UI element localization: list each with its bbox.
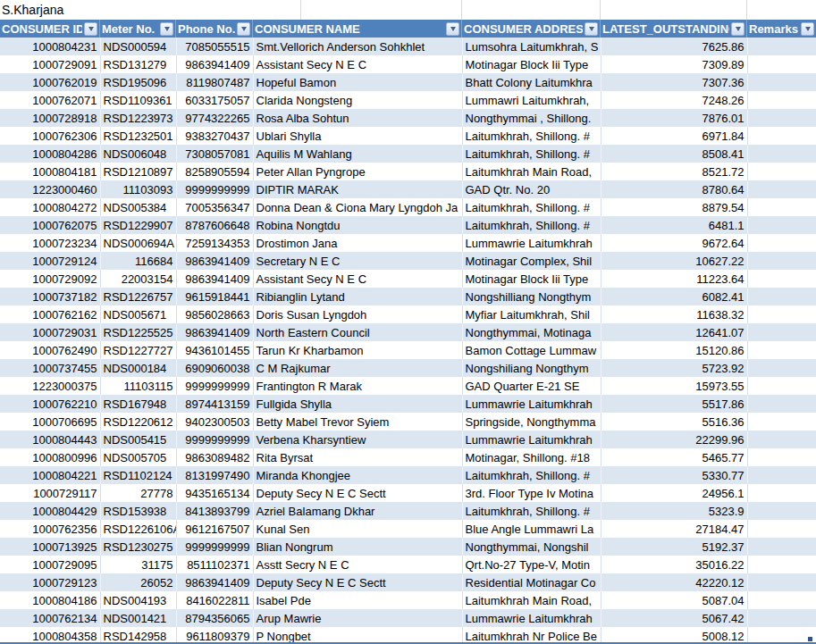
cell-latest-outstanding[interactable]: 7248.26 (601, 91, 747, 109)
cell-consumer-name[interactable]: Assistant Secy N E C (253, 55, 462, 73)
cell-consumer-id[interactable]: 1223000375 (0, 377, 100, 395)
cell-remarks[interactable] (747, 520, 816, 538)
cell-consumer-id[interactable]: 1000762019 (0, 73, 100, 91)
cell-phone-no[interactable]: 9436101455 (176, 341, 253, 359)
column-header-consumer-name[interactable]: CONSUMER NAME (253, 20, 462, 38)
cell-consumer-address[interactable]: Laitumkhrah, Shillong. # (462, 145, 601, 163)
cell-phone-no[interactable]: 9863941409 (176, 252, 253, 270)
cell-consumer-id[interactable]: 1000804186 (0, 591, 100, 609)
cell-consumer-address[interactable]: Bamon Cottage Lummaw (462, 341, 601, 359)
cell-latest-outstanding[interactable]: 5323.9 (601, 502, 747, 520)
cell-meter-no[interactable]: 11103093 (100, 180, 176, 198)
cell-consumer-id[interactable]: 1000762071 (0, 91, 100, 109)
cell-meter-no[interactable]: RSD195096 (100, 73, 176, 91)
cell-meter-no[interactable]: RSD1210897 (100, 163, 176, 180)
cell-consumer-address[interactable]: Myfiar Laitumkhrah, Shil (462, 305, 601, 323)
cell-consumer-name[interactable]: Deputy Secy N E C Sectt (253, 484, 462, 502)
filter-dropdown-button[interactable] (160, 22, 173, 36)
cell-sheet-title[interactable]: S.Kharjana (0, 0, 301, 20)
cell-meter-no[interactable]: RSD167948 (100, 395, 176, 413)
cell-latest-outstanding[interactable]: 7625.86 (601, 38, 747, 55)
cell-remarks[interactable] (747, 556, 816, 573)
cell-consumer-address[interactable]: Residential Motinagar Co (462, 573, 601, 591)
cell-remarks[interactable] (747, 377, 816, 395)
cell-consumer-id[interactable]: 1000800996 (0, 448, 100, 466)
cell-consumer-address[interactable]: GAD Quarter E-21 SE (462, 377, 601, 395)
cell-phone-no[interactable]: 9774322265 (176, 109, 253, 127)
cell-latest-outstanding[interactable]: 5087.04 (601, 591, 747, 609)
cell-phone-no[interactable]: 6033175057 (176, 91, 253, 109)
cell-remarks[interactable] (747, 341, 816, 359)
cell-latest-outstanding[interactable]: 8780.64 (601, 180, 747, 198)
cell-phone-no[interactable]: 9615918441 (176, 288, 253, 305)
cell-consumer-name[interactable]: Isabel Pde (253, 591, 462, 609)
cell-consumer-id[interactable]: 1000762162 (0, 305, 100, 323)
cell-latest-outstanding[interactable]: 7876.01 (601, 109, 747, 127)
cell-phone-no[interactable]: 9999999999 (176, 431, 253, 448)
cell-phone-no[interactable]: 8416022811 (176, 591, 253, 609)
cell-consumer-id[interactable]: 1000728918 (0, 109, 100, 127)
cell-phone-no[interactable]: 8974413159 (176, 395, 253, 413)
filter-dropdown-button[interactable] (84, 22, 97, 36)
cell-remarks[interactable] (747, 73, 816, 91)
cell-phone-no[interactable]: 9863941409 (176, 55, 253, 73)
cell-consumer-id[interactable]: 1000729091 (0, 55, 100, 73)
column-header-meter-no[interactable]: Meter No. (100, 20, 176, 38)
cell-latest-outstanding[interactable]: 15120.86 (601, 341, 747, 359)
cell-consumer-id[interactable]: 1000762210 (0, 395, 100, 413)
cell-latest-outstanding[interactable]: 11223.64 (601, 270, 747, 288)
cell-meter-no[interactable]: NDS005671 (100, 305, 176, 323)
cell-remarks[interactable] (747, 466, 816, 484)
cell-consumer-address[interactable]: Motinagar Complex, Shil (462, 252, 601, 270)
fill-handle[interactable] (807, 636, 813, 642)
cell-consumer-address[interactable]: Motinagar, Shillong. #18 (462, 448, 601, 466)
cell-consumer-name[interactable]: Donna Dean & Ciona Mary Lyngdoh Ja (253, 198, 462, 216)
filter-dropdown-button[interactable] (446, 22, 459, 36)
cell-latest-outstanding[interactable]: 5517.86 (601, 395, 747, 413)
empty-cell[interactable] (601, 0, 747, 20)
cell-latest-outstanding[interactable]: 6971.84 (601, 127, 747, 145)
cell-phone-no[interactable]: 8794356065 (176, 609, 253, 627)
cell-latest-outstanding[interactable]: 12641.07 (601, 323, 747, 341)
cell-consumer-address[interactable]: Laitumkhrah, Shillong. # (462, 502, 601, 520)
cell-consumer-id[interactable]: 1000737455 (0, 359, 100, 377)
cell-remarks[interactable] (747, 55, 816, 73)
cell-meter-no[interactable]: 31175 (100, 556, 176, 573)
column-header-phone-no[interactable]: Phone No. (176, 20, 253, 38)
cell-latest-outstanding[interactable]: 7307.36 (601, 73, 747, 91)
cell-remarks[interactable] (747, 323, 816, 341)
cell-latest-outstanding[interactable]: 8879.54 (601, 198, 747, 216)
cell-consumer-address[interactable]: Nongthymmai , Shillong. (462, 109, 601, 127)
cell-remarks[interactable] (747, 395, 816, 413)
cell-consumer-name[interactable]: Hopeful Bamon (253, 73, 462, 91)
cell-phone-no[interactable]: 9863089482 (176, 448, 253, 466)
cell-remarks[interactable] (747, 413, 816, 431)
column-header-remarks[interactable]: Remarks (747, 20, 816, 38)
cell-consumer-id[interactable]: 1000729124 (0, 252, 100, 270)
cell-phone-no[interactable]: 8787606648 (176, 216, 253, 234)
cell-meter-no[interactable]: NDS005705 (100, 448, 176, 466)
cell-consumer-id[interactable]: 1000723234 (0, 234, 100, 252)
cell-remarks[interactable] (747, 109, 816, 127)
cell-remarks[interactable] (747, 538, 816, 556)
cell-consumer-id[interactable]: 1000762490 (0, 341, 100, 359)
cell-meter-no[interactable]: NDS000594 (100, 38, 176, 55)
cell-remarks[interactable] (747, 448, 816, 466)
cell-consumer-address[interactable]: 3rd. Floor Type Iv Motina (462, 484, 601, 502)
cell-consumer-id[interactable]: 1000804272 (0, 198, 100, 216)
cell-consumer-name[interactable]: Aquilis M Wahlang (253, 145, 462, 163)
cell-remarks[interactable] (747, 234, 816, 252)
cell-consumer-name[interactable]: Arup Mawrie (253, 609, 462, 627)
cell-remarks[interactable] (747, 431, 816, 448)
cell-consumer-address[interactable]: Laitumkhrah, Shillong. # (462, 216, 601, 234)
cell-remarks[interactable] (747, 609, 816, 627)
cell-latest-outstanding[interactable]: 24956.1 (601, 484, 747, 502)
cell-consumer-id[interactable]: 1000713925 (0, 538, 100, 556)
cell-consumer-id[interactable]: 1000762356 (0, 520, 100, 538)
cell-phone-no[interactable]: 9863941409 (176, 270, 253, 288)
cell-remarks[interactable] (747, 216, 816, 234)
cell-consumer-address[interactable]: Bhatt Colony Laitumkhra (462, 73, 601, 91)
cell-consumer-address[interactable]: GAD Qtr. No. 20 (462, 180, 601, 198)
cell-latest-outstanding[interactable]: 42220.12 (601, 573, 747, 591)
cell-phone-no[interactable]: 9999999999 (176, 180, 253, 198)
